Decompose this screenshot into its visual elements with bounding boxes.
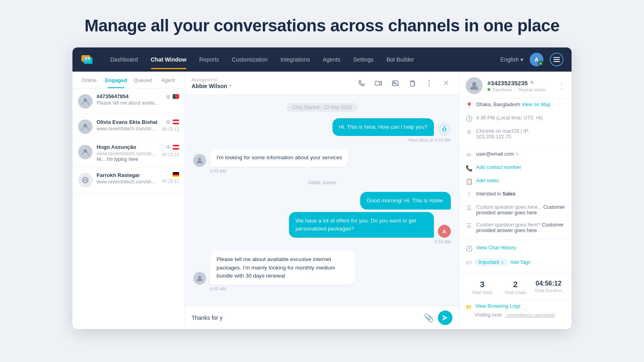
list-item[interactable]: Farrokh Rastegar www.reveinfotech.com/sh… — [72, 167, 185, 193]
view-on-map-link[interactable]: View on Map — [522, 102, 551, 107]
svg-point-4 — [88, 57, 90, 60]
nav-chat-window[interactable]: Chat Window — [145, 53, 192, 66]
nav-bot-builder[interactable]: Bot Builder — [381, 53, 419, 66]
rp-title: #34235235235 ✎ Facebook | Repeat Visitor — [487, 80, 553, 92]
nav-integrations[interactable]: Integrations — [275, 53, 316, 66]
remove-tag-button[interactable]: ✕ — [501, 260, 504, 265]
msg-row: I'm looking for some information about y… — [193, 149, 349, 167]
add-tags-link[interactable]: Add Tags — [510, 259, 530, 265]
chat-name: Olivia Evans Ekta Bishal N... +1 — [97, 119, 158, 125]
tab-queued[interactable]: Queued — [130, 72, 156, 88]
list-icon-2: ☰ — [466, 222, 472, 229]
nav-settings[interactable]: Settings — [348, 53, 380, 66]
image-icon[interactable] — [389, 77, 402, 90]
tab-agent[interactable]: Agent — [155, 72, 181, 88]
stat-value: 04:56:12 — [532, 280, 565, 287]
messages-area: Chat Started - 23 May 2020 Hi, This is N… — [185, 95, 459, 306]
stats-row: 3 Total Visits 2 Total Chats 04:56:12 Ch… — [459, 275, 572, 300]
svg-point-3 — [85, 57, 87, 60]
monitor-icon: 👁 — [165, 144, 171, 150]
close-button[interactable]: ✕ — [440, 77, 452, 90]
chat-actions: ✕ — [355, 77, 452, 90]
custom-q1-row: ☰ Custom question goes here... Customer … — [459, 201, 572, 219]
chevron-down-icon: ▾ — [229, 84, 231, 88]
monitor-icon: 🖥 — [165, 119, 171, 125]
svg-rect-6 — [553, 59, 560, 60]
message-input[interactable] — [192, 315, 420, 321]
nav-dashboard[interactable]: Dashboard — [105, 53, 144, 66]
add-notes-link[interactable]: Add notes — [476, 178, 499, 183]
chat-flags: 🖥 — [165, 93, 179, 100]
chat-meta: 00:23:12 — [162, 172, 179, 183]
user-avatar[interactable]: A — [530, 53, 543, 66]
nav-agents[interactable]: Agents — [317, 53, 346, 66]
email-icon: ✉ — [466, 152, 472, 158]
chat-flags — [173, 172, 179, 177]
location-text: Dhaka, Bangladesh View on Map — [476, 102, 565, 107]
contact-avatar — [466, 77, 483, 94]
total-chats-stat: 2 Total Chats — [499, 280, 532, 295]
add-contact-link[interactable]: Add contact number — [476, 165, 521, 170]
main-content: Online Engaged Queued Agent #4735647854 … — [72, 72, 572, 329]
avatar — [78, 145, 93, 159]
logo — [80, 51, 97, 68]
edit-icon[interactable]: ✎ — [530, 80, 534, 86]
message-meta: Nina (Bot) at 9.55 AM — [409, 138, 451, 142]
menu-icon-button[interactable] — [550, 53, 564, 66]
flag-icon — [173, 94, 179, 99]
edit-email-icon[interactable]: ✎ — [515, 151, 519, 157]
copy-icon[interactable] — [406, 77, 419, 90]
phone-icon[interactable] — [355, 77, 368, 90]
browser-row: ⚙ Chrome on macOS | IP: 103.205.132.70 — [459, 125, 572, 143]
nav-right: English ▾ A — [500, 53, 564, 66]
nav-reports[interactable]: Reports — [194, 53, 225, 66]
message-group: Hi, This is Nina. How can I help you? Ni… — [193, 118, 451, 142]
browse-icon: 📁 — [466, 304, 472, 310]
email-row: ✉ user@email.com ✎ — [459, 148, 572, 161]
flag-icon — [173, 119, 179, 124]
message-group: I'm looking for some information about y… — [193, 149, 451, 173]
send-button[interactable] — [438, 311, 452, 325]
svg-rect-7 — [553, 61, 560, 62]
view-browsing-logs-link[interactable]: View Browsing Logs — [475, 303, 520, 309]
view-chat-history-link[interactable]: View Chat History — [476, 245, 516, 251]
more-icon[interactable] — [423, 77, 436, 90]
svg-rect-2 — [83, 56, 91, 63]
tag-icon: 🏷 — [466, 259, 472, 266]
chat-header: Assagined to Abbie Wilson ▾ — [185, 72, 459, 95]
tab-engaged[interactable]: Engaged — [102, 72, 130, 88]
list-item[interactable]: #4735647854 Please tell me about availab… — [72, 88, 185, 114]
stat-label: Chat Duration — [532, 288, 565, 293]
tab-online[interactable]: Online — [76, 72, 102, 88]
monitor-icon: 🖥 — [165, 93, 171, 100]
custom-q1-text: Custom question goes here... Customer pr… — [476, 204, 565, 216]
svg-rect-24 — [444, 126, 445, 128]
chat-tabs: Online Engaged Queued Agent — [72, 72, 185, 88]
language-selector[interactable]: English ▾ — [500, 56, 523, 63]
list-item[interactable]: Hugo Assunção www.reveinfotech.com/shad/… — [72, 139, 185, 167]
message-bubble: Please tell me about available excusive … — [210, 251, 355, 285]
message-bubble: We have a lot of offers for you. Do you … — [289, 212, 434, 238]
chat-list: #4735647854 Please tell me about availab… — [72, 88, 185, 329]
attachment-icon[interactable]: 📎 — [424, 313, 434, 323]
chat-preview: www.reveinfotech.com/shad/ — [97, 126, 158, 132]
nav-customization[interactable]: Customization — [226, 53, 273, 66]
system-join-message: Abbie Joined — [193, 180, 451, 185]
chevron-down-icon: ▾ — [520, 56, 523, 63]
message-bubble: Hi, This is Nina. How can I help you? — [332, 118, 434, 136]
message-meta: 9.55 AM — [435, 239, 451, 244]
interest-text: Intersted in Sales — [476, 191, 565, 197]
more-options-icon[interactable]: ⋮ — [558, 81, 565, 90]
video-icon[interactable] — [372, 77, 385, 90]
local-time: 4:30 PM (Local time: UTC +6) — [476, 115, 565, 121]
chat-name: #4735647854 — [97, 93, 161, 99]
list-item[interactable]: Olivia Evans Ekta Bishal N... +1 www.rev… — [72, 114, 185, 139]
time-row: 🕓 4:30 PM (Local time: UTC +6) — [459, 112, 572, 125]
flag-icon — [173, 145, 179, 150]
custom-q2-row: ☰ Custom question goes here? Customer pr… — [459, 219, 572, 237]
divider — [459, 145, 572, 146]
visiting-label: Visiting now: — [475, 312, 503, 318]
chat-info: Hugo Assunção www.reveinfotech.com/shad/… — [97, 144, 158, 162]
svg-point-22 — [442, 128, 444, 130]
assigned-name[interactable]: Abbie Wilson ▾ — [192, 83, 355, 89]
